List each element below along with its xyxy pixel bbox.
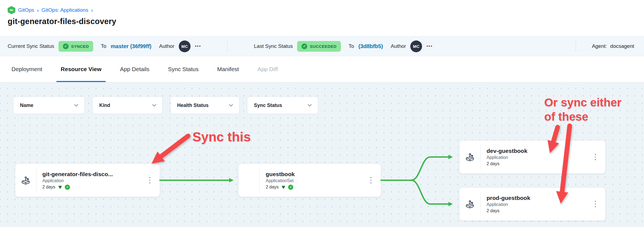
node-age: 2 days xyxy=(487,208,499,213)
agent-value: docsagent xyxy=(610,43,634,49)
tab-deployment[interactable]: Deployment xyxy=(11,56,42,82)
agent-info: Agent: docsagent xyxy=(592,43,634,49)
node-info: git-generator-files-disco... Application… xyxy=(36,164,140,197)
tab-app-details[interactable]: App Details xyxy=(120,56,149,82)
sync-status-bar: Current Sync Status ✓ SYNCED To master (… xyxy=(0,36,644,56)
node-dev-guestbook[interactable]: dev-guestbook Application 2 days ♥ ✓ xyxy=(459,140,605,174)
node-prod-guestbook[interactable]: prod-guestbook Application 2 days ♥ ✓ xyxy=(459,187,605,221)
annotation-line-1: Or sync either xyxy=(544,95,621,110)
resource-graph-canvas[interactable]: Name Kind Health Status Sync Status git-… xyxy=(0,82,644,227)
tab-manifest[interactable]: Manifest xyxy=(217,56,239,82)
last-author-label: Author xyxy=(391,43,406,49)
current-more-menu-icon[interactable]: ••• xyxy=(195,44,201,49)
node-kebab-menu-icon[interactable] xyxy=(586,188,605,220)
current-to-label: To xyxy=(101,43,106,49)
filter-name-label: Name xyxy=(20,103,33,108)
check-circle-icon: ✓ xyxy=(63,43,69,49)
filter-sync-status-dropdown[interactable]: Sync Status xyxy=(247,97,318,114)
node-title: git-generator-files-disco... xyxy=(42,171,140,177)
application-icon xyxy=(459,188,480,220)
current-commit-link[interactable]: master (36f99ff) xyxy=(111,43,151,50)
current-author-label: Author xyxy=(159,43,174,49)
synced-status-badge: ✓ SYNCED xyxy=(58,41,93,52)
node-kind: Application xyxy=(487,202,586,207)
filter-health-status-dropdown[interactable]: Health Status xyxy=(170,97,239,114)
tab-app-diff: App Diff xyxy=(257,56,278,82)
last-commit-link[interactable]: (3d8bfb5) xyxy=(358,43,383,50)
synced-check-icon: ✓ xyxy=(288,185,293,190)
agent-label: Agent: xyxy=(592,43,607,49)
node-info: prod-guestbook Application 2 days ♥ ✓ xyxy=(481,188,586,220)
synced-badge-label: SYNCED xyxy=(71,44,89,49)
app-tabs: Deployment Resource View App Details Syn… xyxy=(0,56,644,82)
filter-kind-label: Kind xyxy=(99,103,110,108)
annotation-line-2: of these xyxy=(544,110,621,124)
breadcrumb-separator: › xyxy=(91,7,93,13)
health-heart-icon: ♥ xyxy=(282,185,285,189)
filter-health-status-label: Health Status xyxy=(177,103,209,108)
annotation-sync-this: Sync this xyxy=(192,129,251,144)
filter-name-dropdown[interactable]: Name xyxy=(13,97,85,114)
node-title: dev-guestbook xyxy=(487,148,586,154)
node-age: 2 days xyxy=(487,161,499,166)
node-kind: Application xyxy=(42,178,140,183)
check-circle-icon: ✓ xyxy=(301,43,307,49)
synced-check-icon: ✓ xyxy=(65,185,70,190)
filter-kind-dropdown[interactable]: Kind xyxy=(92,97,163,114)
filter-sync-status-label: Sync Status xyxy=(254,103,282,108)
gitops-infinity-logo-icon: ∞ xyxy=(8,6,15,14)
breadcrumb: ∞ GitOps › GitOps: Applications › xyxy=(8,6,644,14)
last-author-avatar[interactable]: MC xyxy=(410,40,422,52)
current-sync-status-label: Current Sync Status xyxy=(8,43,54,49)
node-kebab-menu-icon[interactable] xyxy=(361,164,381,197)
application-icon xyxy=(15,164,36,197)
graph-filters: Name Kind Health Status Sync Status xyxy=(13,97,318,114)
node-kebab-menu-icon[interactable] xyxy=(140,164,160,197)
node-kebab-menu-icon[interactable] xyxy=(586,141,605,173)
status-bar-divider xyxy=(576,40,576,52)
application-icon xyxy=(459,141,480,173)
chevron-down-icon xyxy=(152,104,156,107)
node-icon-empty xyxy=(239,164,259,197)
annotation-or-sync-either: Or sync either of these xyxy=(544,95,621,124)
node-info: dev-guestbook Application 2 days ♥ ✓ xyxy=(481,141,586,173)
status-bar-divider xyxy=(227,40,228,52)
node-title: prod-guestbook xyxy=(487,195,586,201)
node-kind: Application xyxy=(487,155,586,160)
node-git-generator-files-discovery[interactable]: git-generator-files-disco... Application… xyxy=(15,164,160,197)
node-kind: ApplicationSet xyxy=(266,178,361,183)
node-title: guestbook xyxy=(266,171,361,177)
chevron-down-icon xyxy=(229,104,233,107)
tab-sync-status[interactable]: Sync Status xyxy=(168,56,198,82)
breadcrumb-link-applications[interactable]: GitOps: Applications xyxy=(42,7,88,13)
chevron-down-icon xyxy=(74,104,78,107)
node-age: 2 days xyxy=(266,185,279,190)
page-header: ∞ GitOps › GitOps: Applications › git-ge… xyxy=(0,0,644,36)
health-heart-icon: ♥ xyxy=(58,185,62,189)
last-sync-status-label: Last Sync Status xyxy=(254,43,293,49)
current-author-avatar[interactable]: MC xyxy=(179,40,191,52)
succeeded-status-badge: ✓ SUCCEEDED xyxy=(297,41,341,52)
succeeded-badge-label: SUCCEEDED xyxy=(310,44,336,49)
last-to-label: To xyxy=(349,43,354,49)
node-age: 2 days xyxy=(42,185,55,190)
chevron-down-icon xyxy=(308,104,312,107)
last-more-menu-icon[interactable]: ••• xyxy=(426,44,433,49)
node-guestbook[interactable]: guestbook ApplicationSet 2 days ♥ ✓ xyxy=(238,164,381,197)
breadcrumb-separator: › xyxy=(37,7,39,13)
node-info: guestbook ApplicationSet 2 days ♥ ✓ xyxy=(260,164,361,197)
page-title: git-generator-files-discovery xyxy=(8,17,644,26)
tab-resource-view[interactable]: Resource View xyxy=(61,56,101,82)
breadcrumb-link-gitops[interactable]: GitOps xyxy=(18,7,34,13)
